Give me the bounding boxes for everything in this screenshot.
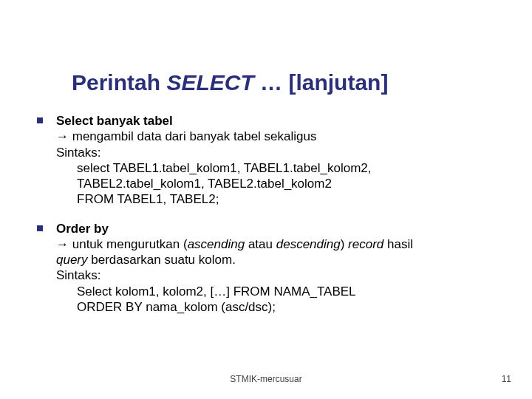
title-italic: SELECT xyxy=(166,70,253,95)
code-line: Select kolom1, kolom2, […] FROM NAMA_TAB… xyxy=(77,284,413,299)
list-item: Select banyak tabel → mengambil data dar… xyxy=(37,113,502,208)
arrow-post1: ) xyxy=(341,237,348,251)
item-body: Order by → untuk mengurutkan (ascending … xyxy=(56,221,413,316)
slide-title: Perintah SELECT … [lanjutan] xyxy=(0,0,532,95)
item-sintaks-label: Sintaks: xyxy=(56,267,413,283)
item-sintaks-label: Sintaks: xyxy=(56,145,371,160)
arrow-it1: ascending xyxy=(188,237,245,251)
code-line: FROM TABEL1, TABEL2; xyxy=(77,191,371,207)
line2-rest: berdasarkan suatu kolom. xyxy=(88,253,236,267)
item-heading: Select banyak tabel xyxy=(56,113,371,129)
arrow-pre: → untuk mengurutkan ( xyxy=(56,237,188,251)
code-line: TABEL2.tabel_kolom1, TABEL2.tabel_kolom2 xyxy=(77,176,371,191)
arrow-mid: atau xyxy=(245,237,276,251)
list-item: Order by → untuk mengurutkan (ascending … xyxy=(37,221,502,316)
code-line: ORDER BY nama_kolom (asc/dsc); xyxy=(77,299,413,315)
bullet-square-icon xyxy=(37,225,43,231)
code-block: Select kolom1, kolom2, […] FROM NAMA_TAB… xyxy=(56,284,413,316)
item-heading: Order by xyxy=(56,221,413,236)
page-number: 11 xyxy=(502,374,511,384)
code-block: select TABEL1.tabel_kolom1, TABEL1.tabel… xyxy=(56,160,371,208)
content-area: Select banyak tabel → mengambil data dar… xyxy=(0,95,532,315)
item-arrow-line: → mengambil data dari banyak tabel sekal… xyxy=(56,129,371,144)
item-line2: query berdasarkan suatu kolom. xyxy=(56,252,413,267)
title-pre: Perintah xyxy=(72,70,166,95)
title-post: … [lanjutan] xyxy=(254,70,389,95)
slide: Perintah SELECT … [lanjutan] Select bany… xyxy=(0,0,532,399)
item-arrow-line: → untuk mengurutkan (ascending atau desc… xyxy=(56,236,413,252)
bullet-square-icon xyxy=(37,117,43,123)
code-line: select TABEL1.tabel_kolom1, TABEL1.tabel… xyxy=(77,160,371,176)
arrow-it3: record xyxy=(348,237,383,251)
arrow-post2: hasil xyxy=(383,237,413,251)
line2-it: query xyxy=(56,253,88,267)
footer-center: STMIK-mercusuar xyxy=(0,374,532,384)
item-body: Select banyak tabel → mengambil data dar… xyxy=(56,113,371,208)
arrow-it2: descending xyxy=(276,237,341,251)
